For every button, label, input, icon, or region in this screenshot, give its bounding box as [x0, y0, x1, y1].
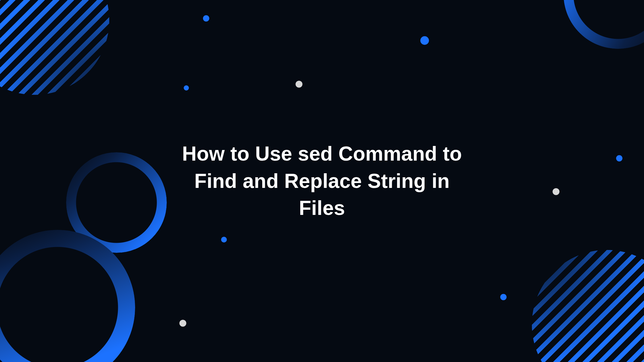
striped-circle-bottom-right — [532, 250, 644, 362]
stripe-pattern — [532, 250, 644, 362]
striped-circle-top-left — [0, 0, 109, 95]
dot-blue-icon — [500, 294, 507, 300]
ring-top-right — [564, 0, 644, 49]
page-title: How to Use sed Command to Find and Repla… — [178, 140, 466, 222]
dot-blue-icon — [616, 155, 622, 161]
dot-white-icon — [296, 81, 302, 88]
dot-blue-icon — [203, 15, 209, 22]
dot-blue-icon — [420, 36, 429, 45]
stripe-pattern — [0, 0, 109, 95]
dot-white-icon — [553, 188, 559, 195]
dot-white-icon — [179, 320, 186, 327]
dot-blue-icon — [221, 237, 227, 242]
dot-blue-icon — [184, 85, 189, 90]
